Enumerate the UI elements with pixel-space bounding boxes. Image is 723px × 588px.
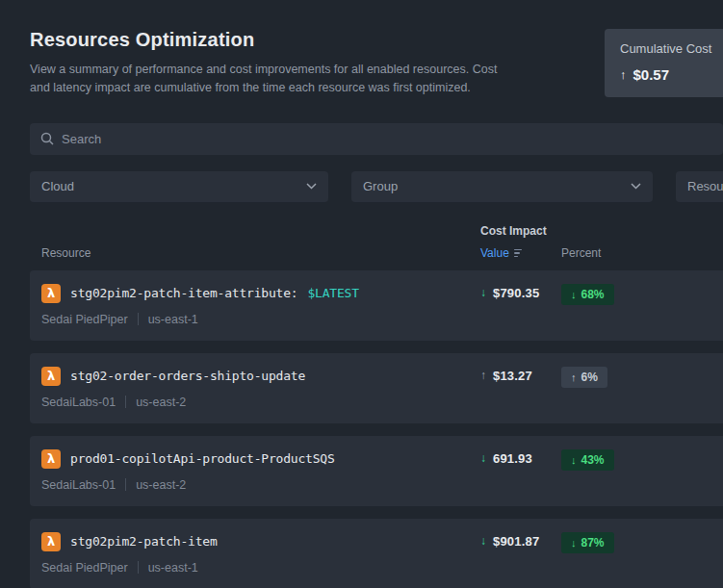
- resource-region: us-east-1: [148, 561, 198, 575]
- arrow-up-icon: ↑: [620, 67, 627, 82]
- resource-name-suffix: $LATEST: [307, 286, 358, 300]
- page-subtitle: View a summary of performance and cost i…: [30, 61, 516, 98]
- resource-list: λ stg02pim2-patch-item-attribute: $LATES…: [30, 270, 723, 588]
- resource-row[interactable]: λ stg02pim2-patch-item Sedai PiedPiper u…: [30, 519, 723, 588]
- cumulative-cost-value: $0.57: [633, 66, 670, 83]
- arrow-down-icon: ↓: [480, 534, 486, 548]
- cumulative-cost-label: Cumulative Cost: [620, 41, 723, 56]
- resource-name[interactable]: stg02-order-orders-shipto-update: [70, 369, 305, 383]
- resource-region: us-east-2: [136, 478, 186, 492]
- table-header: Cost Impact Resource Value Percent: [30, 224, 723, 260]
- lambda-icon: λ: [41, 284, 61, 303]
- cost-impact-value: ↓ $790.35: [480, 284, 561, 300]
- arrow-down-icon: ↓: [480, 451, 486, 465]
- resource-row[interactable]: λ stg02-order-orders-shipto-update Sedai…: [30, 353, 723, 423]
- cost-impact-value: ↑ $13.27: [480, 367, 561, 383]
- search-bar[interactable]: [30, 123, 723, 155]
- lambda-icon: λ: [41, 532, 61, 551]
- resource-row[interactable]: λ stg02pim2-patch-item-attribute: $LATES…: [30, 270, 723, 341]
- resource-filter-label: Resource: [687, 179, 723, 193]
- column-header-value[interactable]: Value: [480, 246, 561, 260]
- lambda-icon: λ: [41, 449, 61, 469]
- resource-name[interactable]: stg02pim2-patch-item: [70, 534, 218, 549]
- arrow-down-icon: ↓: [571, 454, 577, 466]
- divider: [125, 396, 126, 408]
- divider: [138, 561, 139, 574]
- arrow-down-icon: ↓: [571, 289, 577, 300]
- chevron-down-icon: [631, 183, 641, 190]
- percent-badge: ↓ 87%: [561, 532, 614, 553]
- cumulative-cost-card: Cumulative Cost ↑ $0.57: [605, 29, 723, 97]
- resource-account: SedaiLabs-01: [41, 396, 116, 409]
- resource-name[interactable]: stg02pim2-patch-item-attribute:: [70, 286, 297, 300]
- percent-badge: ↓ 68%: [561, 284, 614, 305]
- column-header-resource: Resource: [41, 246, 480, 260]
- divider: [138, 313, 139, 325]
- search-icon: [40, 132, 54, 145]
- resource-row[interactable]: λ prod01-copilotApi-product-ProductSQS S…: [30, 436, 723, 506]
- arrow-up-icon: ↑: [480, 369, 486, 382]
- group-filter-label: Group: [363, 179, 398, 193]
- resource-filter-dropdown[interactable]: Resource: [676, 171, 723, 202]
- resource-account: SedaiLabs-01: [41, 478, 116, 492]
- resource-account: Sedai PiedPiper: [41, 313, 128, 326]
- arrow-up-icon: ↑: [571, 371, 577, 383]
- percent-badge: ↑ 6%: [561, 367, 607, 388]
- resource-region: us-east-2: [136, 396, 186, 409]
- arrow-down-icon: ↓: [571, 537, 577, 549]
- group-filter-dropdown[interactable]: Group: [351, 171, 653, 202]
- resource-account: Sedai PiedPiper: [41, 561, 128, 575]
- cost-impact-value: ↓ $901.87: [480, 532, 561, 549]
- resource-name[interactable]: prod01-copilotApi-product-ProductSQS: [70, 451, 335, 466]
- filter-row: Cloud Group Resource: [30, 171, 723, 202]
- resource-region: us-east-1: [148, 313, 198, 326]
- lambda-icon: λ: [41, 367, 61, 386]
- cost-impact-value: ↓ 691.93: [480, 449, 561, 466]
- cloud-filter-dropdown[interactable]: Cloud: [30, 171, 328, 202]
- chevron-down-icon: [306, 183, 317, 190]
- column-header-percent: Percent: [561, 246, 723, 260]
- search-input[interactable]: [62, 132, 712, 146]
- cost-impact-group-header: Cost Impact: [480, 224, 723, 238]
- arrow-down-icon: ↓: [480, 286, 486, 299]
- cloud-filter-label: Cloud: [41, 179, 74, 193]
- divider: [125, 478, 126, 491]
- percent-badge: ↓ 43%: [561, 449, 614, 471]
- sort-icon: [514, 249, 522, 258]
